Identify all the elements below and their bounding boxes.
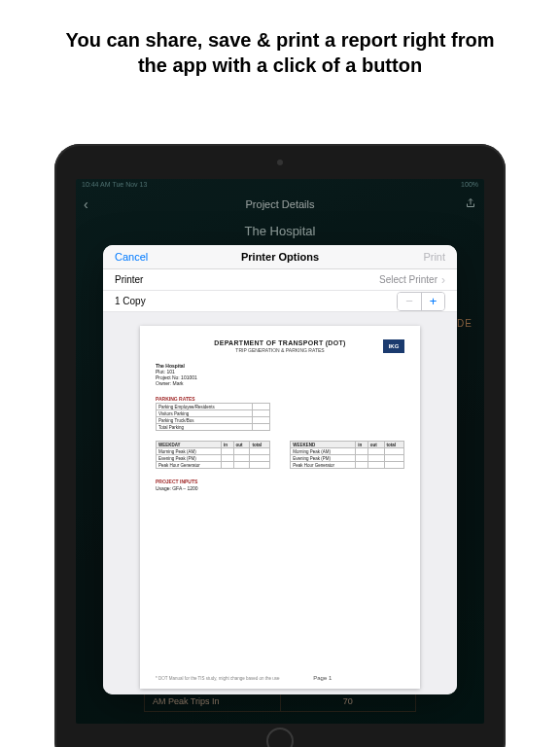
copies-stepper: − + [397, 292, 445, 311]
home-button[interactable] [266, 728, 294, 747]
parking-rates-table: Parking Employee/Residents Visitors Park… [156, 403, 270, 431]
report-logo: IKG [383, 339, 404, 353]
page-title: Project Details [76, 198, 484, 210]
copies-label: 1 Copy [115, 296, 146, 306]
tablet-frame: 10:44 AM Tue Nov 13100% ‹ Project Detail… [54, 144, 506, 747]
print-preview-area[interactable]: IKG DEPARTMENT OF TRANSPORT (DOT) TRIP G… [103, 312, 457, 694]
tablet-screen: 10:44 AM Tue Nov 13100% ‹ Project Detail… [76, 179, 484, 724]
nav-bar: ‹ Project Details [76, 193, 484, 216]
printer-label: Printer [115, 274, 143, 285]
weekend-table: WEEKENDinouttotal Morning Peak (AM) Even… [290, 441, 404, 469]
project-name-bg: The Hospital [76, 224, 484, 238]
promo-headline: You can share, save & print a report rig… [0, 27, 560, 78]
weekday-table: WEEKDAYinouttotal Morning Peak (AM) Even… [156, 441, 270, 469]
copies-decrement: − [398, 293, 421, 310]
printer-row[interactable]: Printer Select Printer › [103, 269, 457, 291]
report-title: DEPARTMENT OF TRANSPORT (DOT) [156, 339, 404, 346]
report-subtitle: TRIP GENERATION & PARKING RATES [156, 347, 404, 353]
modal-title: Printer Options [103, 251, 457, 263]
chevron-right-icon: › [441, 273, 445, 287]
printer-value: Select Printer [379, 274, 438, 285]
cancel-button[interactable]: Cancel [115, 251, 148, 263]
report-page-preview[interactable]: IKG DEPARTMENT OF TRANSPORT (DOT) TRIP G… [140, 326, 420, 689]
print-button: Print [423, 251, 445, 263]
page-indicator: Page 1 [313, 675, 332, 681]
copies-increment[interactable]: + [421, 293, 444, 310]
printer-options-modal: Cancel Printer Options Print Printer Sel… [103, 245, 457, 694]
copies-row: 1 Copy − + [103, 291, 457, 312]
